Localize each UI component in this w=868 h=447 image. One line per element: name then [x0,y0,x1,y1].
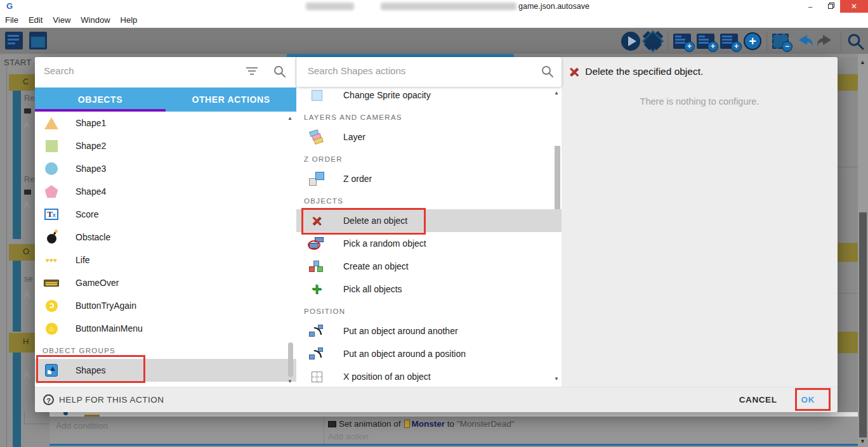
remove-event-icon[interactable] [772,34,789,49]
tab-other-actions[interactable]: OTHER ACTIONS [166,87,296,112]
scrollbar-thumb[interactable] [288,342,293,377]
action-text: to [447,419,454,429]
text-object-icon: Tx [44,209,58,220]
scroll-down-icon[interactable]: ▼ [860,438,865,444]
main-scrollbar[interactable]: ▲ ▼ [858,54,868,447]
action-label: Put an object around a position [343,349,466,359]
object-item[interactable]: Obstacle [35,226,296,249]
tab-objects[interactable]: OBJECTS [35,87,166,112]
search-icon [541,65,554,78]
event-tree-line [24,424,49,424]
add-event-icon[interactable] [673,34,691,49]
redacted-title-segment [381,3,516,10]
event-header-row: O [9,244,35,261]
gdevelop-logo-icon: G [4,1,15,11]
cancel-button[interactable]: CANCEL [739,395,777,405]
event-fragment: Re [24,174,35,184]
action-item[interactable]: +Pick all objects [296,278,562,301]
menu-help[interactable]: Help [121,15,144,25]
action-item[interactable]: Z order [296,167,562,190]
retry-button-icon [46,300,58,312]
object-search-bar [35,57,296,87]
section-header: OBJECTS [296,190,562,209]
action-value: "MonsterDead" [457,419,515,429]
action-item[interactable]: Put an object around a position [296,342,562,365]
event-fragment: Re [24,93,35,103]
object-group-item-shapes[interactable]: Shapes [35,359,296,382]
add-action-link[interactable]: Add action [328,432,369,441]
scene-editor-icon[interactable] [29,32,47,49]
action-line[interactable]: Set animation ofMonster to "MonsterDead" [328,419,515,429]
scroll-up-icon[interactable]: ▲ [287,115,293,121]
object-item[interactable]: Shape4 [35,180,296,203]
menu-window[interactable]: Window [81,15,116,25]
menu-file[interactable]: File [5,15,25,25]
menu-edit[interactable]: Edit [29,15,49,25]
action-label: X position of an object [343,372,431,382]
object-item[interactable]: TxScore [35,203,296,226]
object-item[interactable]: ♥♥♥Life [35,249,296,271]
event-header-row [838,74,858,91]
object-list-scrollbar[interactable]: ▲ ▼ [286,112,295,387]
action-list-scrollbar[interactable]: ▲ ▼ [553,87,562,385]
add-circle-icon[interactable]: + [744,32,761,50]
event-fragment: A [24,290,30,299]
project-manager-icon[interactable] [5,32,23,49]
x-position-icon [312,372,322,382]
add-comment-icon[interactable] [720,34,738,49]
scroll-up-icon[interactable]: ▲ [554,90,559,96]
add-subevent-icon[interactable] [697,34,714,49]
green-plus-icon: + [312,283,322,295]
redo-icon[interactable] [817,32,836,50]
action-item[interactable]: Layer [296,126,562,148]
object-item[interactable]: GameOver [35,271,296,294]
add-condition-link[interactable]: Add condition [56,421,108,431]
action-label: Layer [343,132,365,142]
minimize-button[interactable]: – [801,0,820,13]
action-item-delete-an-object[interactable]: ×Delete an object [296,209,562,232]
scroll-up-icon[interactable]: ▲ [860,59,865,65]
menu-view[interactable]: View [53,15,77,25]
object-label: Life [76,255,90,265]
object-label: Shape3 [76,164,106,174]
around-position-icon [309,347,324,360]
dialog-footer: ? HELP FOR THIS ACTION CANCEL OK [35,387,838,412]
object-item[interactable]: Shape3 [35,157,296,180]
scroll-down-icon[interactable]: ▼ [554,376,559,382]
scroll-down-icon[interactable]: ▼ [287,379,293,384]
animation-icon [328,421,336,427]
help-link[interactable]: ? HELP FOR THIS ACTION [43,394,164,405]
object-item[interactable]: Shape1 [35,112,296,134]
action-search-input[interactable] [306,65,516,77]
filter-icon[interactable] [246,67,258,76]
event-row: Add condition Set animation ofMonster to… [49,417,858,444]
action-item[interactable]: Pick a random object [296,232,562,255]
object-search-input[interactable] [43,65,233,77]
delete-x-icon: × [569,65,579,79]
object-label: Shapes [76,365,105,375]
action-item[interactable]: Create an object [296,255,562,278]
action-label: Put an object around another [343,326,458,336]
undo-icon[interactable] [794,32,813,50]
debug-icon[interactable] [642,30,664,52]
action-item[interactable]: X position of an object [296,365,562,387]
object-item[interactable]: Shape2 [35,134,296,157]
section-header: POSITION [296,301,562,320]
object-item[interactable]: ButtonTryAgain [35,294,296,317]
hearts-icon: ♥♥♥ [46,257,57,264]
ok-button[interactable]: OK [801,395,815,405]
search-icon[interactable] [846,32,864,50]
scrollbar-thumb[interactable] [555,146,560,209]
close-button[interactable]: ✕ [840,0,868,13]
action-label: Delete an object [343,216,407,226]
scrollbar-thumb[interactable] [859,212,867,437]
maximize-button[interactable] [821,0,840,13]
scene-tab-start[interactable]: START [4,58,32,67]
action-item[interactable]: Put an object around another [296,320,562,342]
play-icon[interactable] [621,32,640,51]
object-item[interactable]: ⌂ButtonMainMenu [35,317,296,340]
briefcase-icon [24,190,31,195]
action-text: Set animation of [339,419,401,429]
action-item[interactable]: Change Sprite opacity [296,84,562,107]
object-label: ButtonTryAgain [76,301,136,311]
